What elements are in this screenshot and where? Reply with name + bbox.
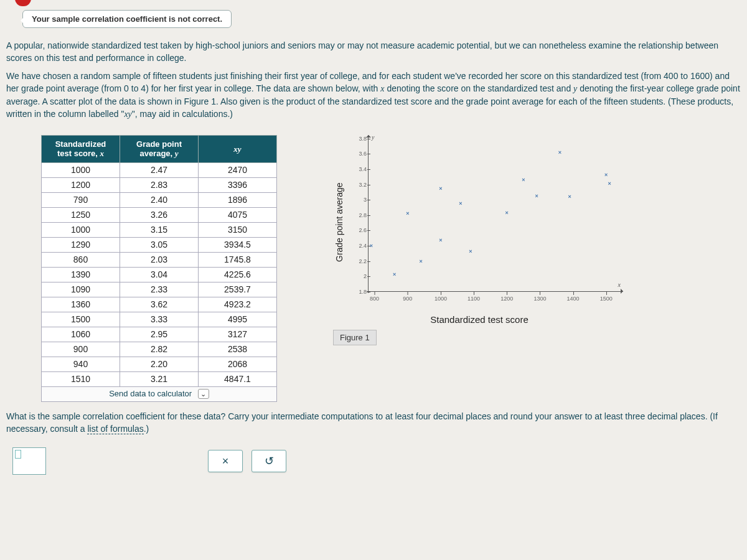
data-point [468,249,472,253]
table-cell: 4225.6 [199,267,277,282]
data-point [608,182,612,186]
data-point [419,259,423,263]
table-row: 15103.214847.1 [42,371,277,386]
x-tick: 1000 [435,296,447,302]
y-axis-letter: y [372,134,374,141]
table-cell: 3150 [199,222,277,237]
data-point [438,186,443,190]
table-cell: 3.15 [120,222,199,237]
table-row: 12503.264075 [42,207,277,222]
y-tick: 2 [349,273,367,279]
table-row: 10602.953127 [42,327,277,342]
table-cell: 900 [42,342,120,357]
table-cell: 3.26 [120,207,199,222]
y-tick: 3.6 [349,151,367,157]
table-cell: 3.21 [120,371,199,386]
table-cell: 4847.1 [199,371,277,386]
y-tick: 2.8 [349,212,367,218]
y-tick: 3.8 [349,136,367,142]
x-tick: 800 [370,296,379,302]
table-cell: 1500 [42,312,120,327]
data-point [369,243,374,248]
col-header-xy: xy [199,135,277,162]
x-tick: 900 [403,296,412,302]
x-tick: 1300 [533,296,546,302]
reset-button[interactable]: ↺ [251,450,286,472]
table-cell: 3.62 [120,297,199,312]
table-cell: 2.33 [120,282,199,297]
table-cell: 1250 [42,207,120,222]
x-tick: 1100 [467,296,480,302]
table-row: 12903.053934.5 [42,237,277,252]
table-cell: 1290 [42,237,120,252]
problem-p1: A popular, nationwide standardized test … [6,39,741,65]
clear-button[interactable]: × [208,450,243,472]
table-cell: 2.40 [120,192,199,207]
formulas-link[interactable]: list of formulas [87,424,143,434]
y-tick: 3.4 [349,166,367,172]
table-cell: 4075 [199,207,277,222]
col-header-x: Standardized test score, x [42,135,120,162]
send-to-calculator-link[interactable]: Send data to calculator [109,389,192,398]
scatter-chart: Grade point average y x 1.822.22.42.62.8… [333,135,626,345]
y-axis [368,135,369,293]
table-cell: 2.83 [120,177,199,192]
table-cell: 4995 [199,312,277,327]
table-cell: 3396 [199,177,277,192]
table-cell: 1090 [42,282,120,297]
chart-ylabel: Grade point average [333,135,345,309]
data-point [505,211,509,215]
data-point [568,195,572,199]
table-cell: 3934.5 [199,237,277,252]
table-cell: 2068 [199,357,277,371]
table-row: 9402.202068 [42,357,277,371]
table-row: 9002.822538 [42,342,277,357]
data-point [438,238,443,243]
data-point [405,212,410,216]
table-cell: 2.47 [120,162,199,177]
chevron-down-icon[interactable]: ⌄ [198,389,209,399]
x-tick: 1500 [600,296,613,302]
y-tick: 3.2 [349,182,367,188]
answer-input[interactable] [12,447,46,475]
feedback-text: Your sample correlation coefficient is n… [32,14,222,24]
x-tick: 1200 [500,296,513,302]
table-cell: 1745.8 [199,252,277,267]
feedback-bubble: Your sample correlation coefficient is n… [22,10,232,28]
table-cell: 2.20 [120,357,199,371]
table-cell: 1060 [42,327,120,342]
table-cell: 2539.7 [199,282,277,297]
table-cell: 1510 [42,371,120,386]
y-tick: 2.6 [349,227,367,233]
table-cell: 1000 [42,162,120,177]
table-cell: 2.03 [120,252,199,267]
x-axis-letter: x [618,281,621,288]
table-cell: 3.33 [120,312,199,327]
arrow-up-icon [366,133,371,138]
data-point [521,178,525,182]
chart-xlabel: Standardized test score [333,309,626,325]
table-cell: 1896 [199,192,277,207]
table-cell: 860 [42,252,120,267]
table-cell: 3.05 [120,237,199,252]
table-cell: 1000 [42,222,120,237]
data-point [535,194,539,198]
table-cell: 2.82 [120,342,199,357]
table-row: 8602.031745.8 [42,252,277,267]
data-point [604,172,608,177]
table-row: 10902.332539.7 [42,282,277,297]
table-cell: 2470 [199,162,277,177]
col-header-y: Grade point average, y [120,135,199,162]
arrow-right-icon [621,289,626,294]
figure-label: Figure 1 [333,330,377,345]
table-cell: 2.95 [120,327,199,342]
table-row: 10002.472470 [42,162,277,177]
x-axis [367,291,623,292]
table-cell: 1360 [42,297,120,312]
y-tick: 2.2 [349,258,367,264]
data-point [392,272,397,276]
table-cell: 4923.2 [199,297,277,312]
table-row: 7902.401896 [42,192,277,207]
data-table: Standardized test score, x Grade point a… [41,135,277,402]
table-cell: 3.04 [120,267,199,282]
